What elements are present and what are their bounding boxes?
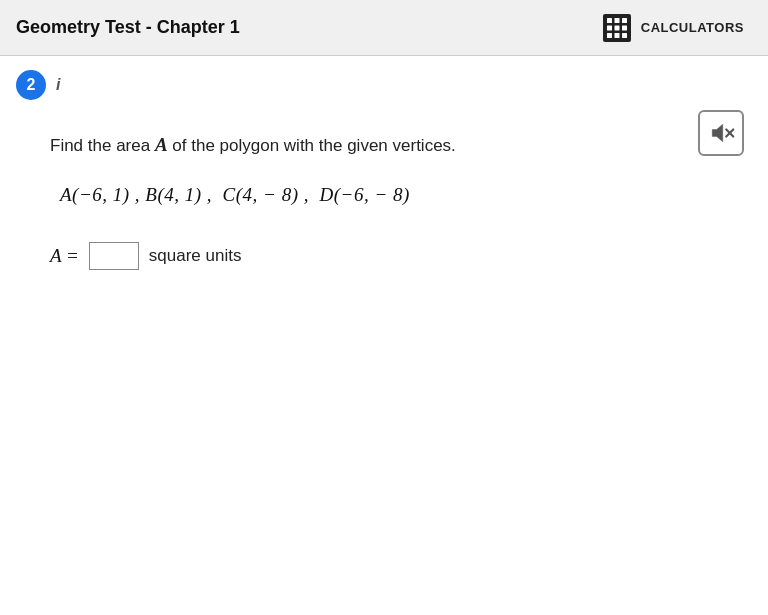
main-content: Find the area A of the polygon with the … bbox=[0, 100, 768, 290]
svg-rect-9 bbox=[622, 33, 627, 38]
svg-rect-4 bbox=[607, 25, 612, 30]
calculators-label: CALCULATORS bbox=[641, 20, 744, 35]
question-row: 2 i bbox=[0, 56, 768, 100]
calculator-icon bbox=[601, 12, 633, 44]
question-number-badge: 2 bbox=[16, 70, 46, 100]
svg-rect-5 bbox=[614, 25, 619, 30]
answer-row: A = square units bbox=[50, 242, 718, 270]
calculators-button[interactable]: CALCULATORS bbox=[593, 8, 752, 48]
svg-rect-1 bbox=[607, 18, 612, 23]
info-icon[interactable]: i bbox=[56, 76, 60, 94]
svg-rect-2 bbox=[614, 18, 619, 23]
vertices-expression: A(−6, 1) , B(4, 1) , C(4, − 8) , D(−6, −… bbox=[60, 184, 718, 206]
problem-text: Find the area A of the polygon with the … bbox=[50, 130, 718, 160]
header: Geometry Test - Chapter 1 CALCULATORS bbox=[0, 0, 768, 56]
answer-units: square units bbox=[149, 246, 242, 266]
page-title: Geometry Test - Chapter 1 bbox=[16, 17, 240, 38]
answer-input[interactable] bbox=[89, 242, 139, 270]
svg-rect-6 bbox=[622, 25, 627, 30]
area-variable: A bbox=[155, 134, 168, 155]
svg-rect-3 bbox=[622, 18, 627, 23]
svg-rect-7 bbox=[607, 33, 612, 38]
answer-label: A = bbox=[50, 245, 79, 267]
svg-rect-8 bbox=[614, 33, 619, 38]
